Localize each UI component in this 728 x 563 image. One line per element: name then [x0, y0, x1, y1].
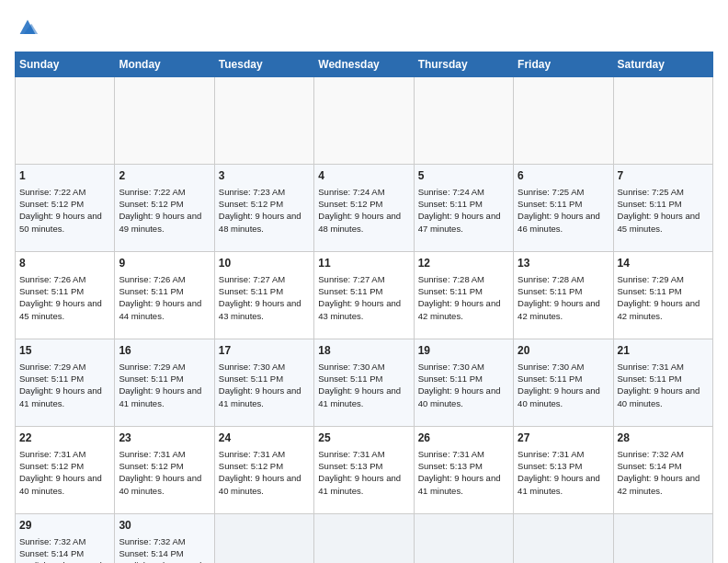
col-thursday: Thursday: [414, 52, 513, 77]
daylight-label: Daylight: 9 hours and 40 minutes.: [618, 385, 700, 408]
calendar-day-cell: 8 Sunrise: 7:26 AM Sunset: 5:11 PM Dayli…: [16, 252, 115, 339]
calendar-day-cell: 28 Sunrise: 7:32 AM Sunset: 5:14 PM Dayl…: [613, 427, 712, 514]
sunset-label: Sunset: 5:14 PM: [19, 548, 84, 558]
day-number: 3: [219, 168, 310, 184]
calendar-day-cell: 18 Sunrise: 7:30 AM Sunset: 5:11 PM Dayl…: [314, 339, 414, 427]
sunset-label: Sunset: 5:12 PM: [219, 461, 283, 471]
sunrise-label: Sunrise: 7:31 AM: [418, 449, 484, 459]
daylight-label: Daylight: 9 hours and 48 minutes.: [219, 211, 301, 233]
day-number: 22: [19, 431, 110, 446]
sunset-label: Sunset: 5:11 PM: [19, 373, 84, 384]
calendar-day-cell: [414, 514, 513, 564]
calendar-day-cell: [414, 77, 513, 165]
daylight-label: Daylight: 9 hours and 41 minutes.: [418, 473, 501, 495]
sunrise-label: Sunrise: 7:29 AM: [19, 362, 85, 372]
col-sunday: Sunday: [16, 52, 115, 77]
calendar-day-cell: 22 Sunrise: 7:31 AM Sunset: 5:12 PM Dayl…: [16, 427, 115, 514]
day-number: 21: [618, 343, 709, 359]
sunrise-label: Sunrise: 7:30 AM: [318, 362, 384, 372]
sunset-label: Sunset: 5:12 PM: [119, 461, 183, 471]
calendar-day-cell: 12 Sunrise: 7:28 AM Sunset: 5:11 PM Dayl…: [414, 252, 513, 339]
day-number: 20: [518, 343, 609, 359]
sunrise-label: Sunrise: 7:22 AM: [119, 187, 185, 197]
daylight-label: Daylight: 9 hours and 46 minutes.: [518, 211, 600, 233]
sunrise-label: Sunrise: 7:23 AM: [219, 187, 285, 197]
sunset-label: Sunset: 5:12 PM: [318, 199, 382, 209]
calendar-day-cell: 21 Sunrise: 7:31 AM Sunset: 5:11 PM Dayl…: [613, 339, 712, 427]
sunset-label: Sunset: 5:11 PM: [618, 373, 682, 384]
day-number: 13: [518, 256, 609, 271]
sunset-label: Sunset: 5:13 PM: [318, 461, 382, 471]
sunset-label: Sunset: 5:11 PM: [518, 373, 582, 384]
daylight-label: Daylight: 9 hours and 40 minutes.: [119, 473, 201, 495]
sunset-label: Sunset: 5:11 PM: [418, 373, 483, 384]
calendar-week-row: 22 Sunrise: 7:31 AM Sunset: 5:12 PM Dayl…: [16, 427, 713, 514]
daylight-label: Daylight: 9 hours and 43 minutes.: [219, 298, 301, 320]
col-tuesday: Tuesday: [214, 52, 313, 77]
calendar-day-cell: [214, 514, 313, 564]
day-number: 6: [518, 168, 609, 184]
sunrise-label: Sunrise: 7:24 AM: [418, 187, 484, 197]
day-number: 12: [418, 256, 509, 271]
day-number: 25: [318, 431, 409, 446]
sunset-label: Sunset: 5:11 PM: [518, 286, 582, 296]
page-header: [15, 15, 713, 40]
day-number: 27: [518, 431, 609, 446]
calendar-day-cell: 9 Sunrise: 7:26 AM Sunset: 5:11 PM Dayli…: [115, 252, 214, 339]
day-number: 24: [219, 431, 310, 446]
calendar-week-row: 1 Sunrise: 7:22 AM Sunset: 5:12 PM Dayli…: [16, 165, 713, 252]
sunset-label: Sunset: 5:14 PM: [618, 461, 682, 471]
sunrise-label: Sunrise: 7:30 AM: [518, 362, 584, 372]
day-number: 23: [119, 431, 210, 446]
daylight-label: Daylight: 9 hours and 41 minutes.: [318, 473, 401, 495]
sunrise-label: Sunrise: 7:28 AM: [418, 274, 484, 284]
sunrise-label: Sunrise: 7:31 AM: [618, 362, 684, 372]
sunrise-label: Sunrise: 7:31 AM: [219, 449, 285, 459]
calendar-day-cell: 3 Sunrise: 7:23 AM Sunset: 5:12 PM Dayli…: [214, 165, 313, 252]
daylight-label: Daylight: 9 hours and 48 minutes.: [318, 211, 401, 233]
day-number: 11: [318, 256, 409, 271]
daylight-label: Daylight: 9 hours and 41 minutes.: [318, 385, 401, 408]
calendar-day-cell: 30 Sunrise: 7:32 AM Sunset: 5:14 PM Dayl…: [115, 514, 214, 564]
calendar-day-cell: [514, 77, 613, 165]
calendar-day-cell: [314, 514, 414, 564]
daylight-label: Daylight: 9 hours and 49 minutes.: [119, 211, 201, 233]
col-saturday: Saturday: [613, 52, 712, 77]
day-number: 18: [318, 343, 409, 359]
calendar-day-cell: 17 Sunrise: 7:30 AM Sunset: 5:11 PM Dayl…: [214, 339, 313, 427]
sunrise-label: Sunrise: 7:32 AM: [119, 536, 185, 546]
day-number: 16: [119, 343, 210, 359]
calendar-day-cell: 19 Sunrise: 7:30 AM Sunset: 5:11 PM Dayl…: [414, 339, 513, 427]
sunrise-label: Sunrise: 7:25 AM: [518, 187, 584, 197]
calendar-day-cell: 10 Sunrise: 7:27 AM Sunset: 5:11 PM Dayl…: [214, 252, 313, 339]
day-number: 14: [618, 256, 709, 271]
sunrise-label: Sunrise: 7:29 AM: [618, 274, 684, 284]
calendar-week-row: [16, 77, 713, 165]
daylight-label: Daylight: 9 hours and 42 minutes.: [618, 298, 700, 320]
sunset-label: Sunset: 5:11 PM: [618, 286, 682, 296]
sunset-label: Sunset: 5:13 PM: [518, 461, 582, 471]
day-number: 15: [19, 343, 110, 359]
day-number: 29: [19, 518, 110, 534]
sunset-label: Sunset: 5:11 PM: [418, 286, 483, 296]
sunset-label: Sunset: 5:11 PM: [19, 286, 84, 296]
calendar-day-cell: 25 Sunrise: 7:31 AM Sunset: 5:13 PM Dayl…: [314, 427, 414, 514]
calendar-header-row: Sunday Monday Tuesday Wednesday Thursday…: [16, 52, 713, 77]
calendar-day-cell: [115, 77, 214, 165]
sunset-label: Sunset: 5:11 PM: [219, 373, 283, 384]
calendar-day-cell: 11 Sunrise: 7:27 AM Sunset: 5:11 PM Dayl…: [314, 252, 414, 339]
sunset-label: Sunset: 5:11 PM: [119, 286, 183, 296]
day-number: 7: [618, 168, 709, 184]
daylight-label: Daylight: 9 hours and 40 minutes.: [418, 385, 501, 408]
daylight-label: Daylight: 9 hours and 41 minutes.: [19, 385, 102, 408]
sunset-label: Sunset: 5:12 PM: [119, 199, 183, 209]
sunset-label: Sunset: 5:12 PM: [219, 199, 283, 209]
sunrise-label: Sunrise: 7:30 AM: [418, 362, 484, 372]
calendar-day-cell: 29 Sunrise: 7:32 AM Sunset: 5:14 PM Dayl…: [16, 514, 115, 564]
sunset-label: Sunset: 5:11 PM: [418, 199, 483, 209]
daylight-label: Daylight: 9 hours and 40 minutes.: [518, 385, 600, 408]
sunrise-label: Sunrise: 7:30 AM: [219, 362, 285, 372]
day-number: 10: [219, 256, 310, 271]
daylight-label: Daylight: 9 hours and 44 minutes.: [119, 298, 201, 320]
calendar-table: Sunday Monday Tuesday Wednesday Thursday…: [15, 52, 713, 563]
